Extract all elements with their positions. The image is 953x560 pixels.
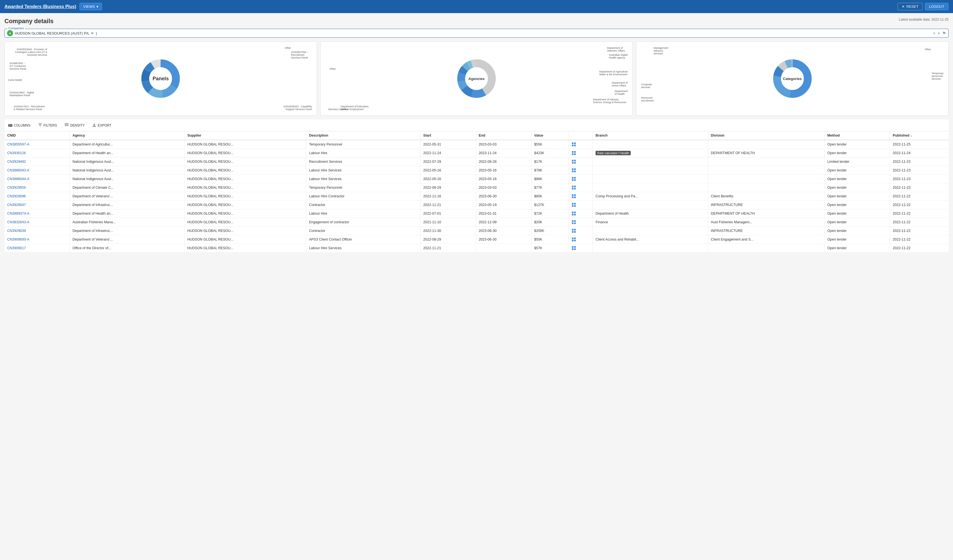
col-end[interactable]: End xyxy=(476,131,531,140)
col-start[interactable]: Start xyxy=(421,131,476,140)
svg-rect-40 xyxy=(572,151,574,153)
grid-icon-cell[interactable] xyxy=(568,166,593,175)
grid-expand-icon[interactable] xyxy=(571,246,576,250)
app-title[interactable]: Awarded Tenders (Business Plus) xyxy=(5,4,76,9)
grid-expand-icon[interactable] xyxy=(571,194,576,199)
svg-rect-80 xyxy=(572,237,574,239)
svg-rect-72 xyxy=(572,220,574,222)
pct-25: 25% xyxy=(753,96,757,99)
chevron-down-icon[interactable]: ▾ xyxy=(938,31,940,36)
cnid-link[interactable]: CN3929556 xyxy=(7,186,26,189)
col-value[interactable]: Value xyxy=(531,131,568,140)
pct-34: 34% xyxy=(192,64,197,67)
grid-expand-icon[interactable] xyxy=(571,168,576,172)
col-published[interactable]: Published ↓ xyxy=(890,131,948,140)
grid-expand-icon[interactable] xyxy=(571,203,576,207)
agency-label-3: Department of AgricultureWater & the Env… xyxy=(599,70,628,76)
header-left: Awarded Tenders (Business Plus) VIEWS ▾ xyxy=(5,3,102,10)
table-row: CN3930126 Department of Health an... HUD… xyxy=(5,149,948,158)
col-division[interactable]: Division xyxy=(708,131,824,140)
branch-cell xyxy=(593,158,708,166)
table-body: CN3855597-A Department of Agricultur... … xyxy=(5,140,948,253)
cnid-link[interactable]: CN3929492 xyxy=(7,160,26,164)
density-button[interactable]: DENSITY xyxy=(63,122,86,129)
grid-icon-cell[interactable] xyxy=(568,183,593,192)
cnid-link[interactable]: CN3909000-A xyxy=(7,237,29,241)
method-cell: Open tender xyxy=(824,149,890,158)
reset-button[interactable]: ✕ RESET xyxy=(897,3,923,10)
cnid-link[interactable]: CN3855597-A xyxy=(7,143,29,146)
grid-icon-cell[interactable] xyxy=(568,140,593,149)
end-cell: 2023-05-19 xyxy=(476,201,531,209)
pct-53: 53% xyxy=(839,71,844,73)
agency-cell: National Indigenous Aust... xyxy=(70,175,184,183)
method-cell: Open tender xyxy=(824,218,890,226)
col-branch[interactable]: Branch xyxy=(593,131,708,140)
grid-expand-icon[interactable] xyxy=(571,185,576,190)
svg-rect-49 xyxy=(574,168,576,170)
clear-search-icon[interactable]: ✕ xyxy=(933,31,936,36)
grid-expand-icon[interactable] xyxy=(571,142,576,147)
branch-cell xyxy=(593,183,708,192)
cnid-link[interactable]: CN3886043-A xyxy=(7,168,29,172)
grid-icon-cell[interactable] xyxy=(568,192,593,201)
grid-icon-cell[interactable] xyxy=(568,218,593,226)
svg-rect-69 xyxy=(574,212,576,213)
pct-9: 9% xyxy=(737,79,741,81)
branch-cell xyxy=(593,175,708,183)
grid-expand-icon[interactable] xyxy=(571,151,576,155)
published-cell: 2022-11-25 xyxy=(890,140,948,149)
cnid-link[interactable]: CN3929047 xyxy=(7,203,26,207)
bookmark-icon[interactable]: ⚑ xyxy=(942,31,946,36)
panel-label-5: SON2917812 - Recruitment& Related Servic… xyxy=(14,105,45,111)
grid-icon-cell[interactable] xyxy=(568,201,593,209)
col-description[interactable]: Description xyxy=(306,131,421,140)
col-agency[interactable]: Agency xyxy=(70,131,184,140)
columns-button[interactable]: COLUMNS xyxy=(7,123,32,129)
published-cell: 2022-11-22 xyxy=(890,235,948,244)
published-cell: 2022-11-22 xyxy=(890,192,948,201)
svg-rect-83 xyxy=(574,240,576,241)
svg-rect-37 xyxy=(574,143,576,144)
branch-cell: Client Access and Rehabil... xyxy=(593,235,708,244)
cnid-link[interactable]: CN3929096 xyxy=(7,194,26,198)
svg-rect-35 xyxy=(93,126,96,127)
pct-7: 7% xyxy=(816,60,820,63)
grid-icon-cell[interactable] xyxy=(568,235,593,244)
cnid-link[interactable]: CN3832643-A xyxy=(7,220,29,224)
supplier-cell: HUDSON GLOBAL RESOU... xyxy=(184,149,306,158)
grid-icon-cell[interactable] xyxy=(568,209,593,218)
value-cell: $20K xyxy=(531,218,568,226)
grid-icon-cell[interactable] xyxy=(568,226,593,235)
grid-expand-icon[interactable] xyxy=(571,228,576,233)
filters-button[interactable]: FILTERS xyxy=(37,122,59,129)
value-cell: $86K xyxy=(531,175,568,183)
views-button[interactable]: VIEWS ▾ xyxy=(79,3,102,10)
col-method[interactable]: Method xyxy=(824,131,890,140)
cnid-link[interactable]: CN3909017 xyxy=(7,246,26,250)
panel-label-other: Other xyxy=(285,47,291,49)
branch-cell: Rate calculator f Health xyxy=(593,149,708,158)
grid-icon-cell[interactable] xyxy=(568,149,593,158)
grid-expand-icon[interactable] xyxy=(571,237,576,242)
start-cell: 2022-08-29 xyxy=(421,183,476,192)
grid-expand-icon[interactable] xyxy=(571,160,576,164)
logout-button[interactable]: LOGOUT xyxy=(925,3,948,10)
grid-expand-icon[interactable] xyxy=(571,211,576,216)
grid-expand-icon[interactable] xyxy=(571,177,576,181)
value-cell: $423K xyxy=(531,149,568,158)
svg-rect-62 xyxy=(572,197,574,198)
company-tag-remove[interactable]: ✕ xyxy=(91,31,94,36)
cnid-link[interactable]: CN3886044-A xyxy=(7,177,29,181)
grid-icon-cell[interactable] xyxy=(568,158,593,166)
agencies-center-label: Agencies xyxy=(469,77,484,81)
cnid-link[interactable]: CN3889374-A xyxy=(7,212,29,216)
col-cnid[interactable]: CNID xyxy=(5,131,70,140)
grid-expand-icon[interactable] xyxy=(571,220,576,224)
export-button[interactable]: EXPORT xyxy=(91,122,113,129)
grid-icon-cell[interactable] xyxy=(568,244,593,253)
grid-icon-cell[interactable] xyxy=(568,175,593,183)
col-supplier[interactable]: Supplier xyxy=(184,131,306,140)
cnid-link[interactable]: CN3930126 xyxy=(7,151,26,155)
cnid-link[interactable]: CN3929039 xyxy=(7,229,26,233)
